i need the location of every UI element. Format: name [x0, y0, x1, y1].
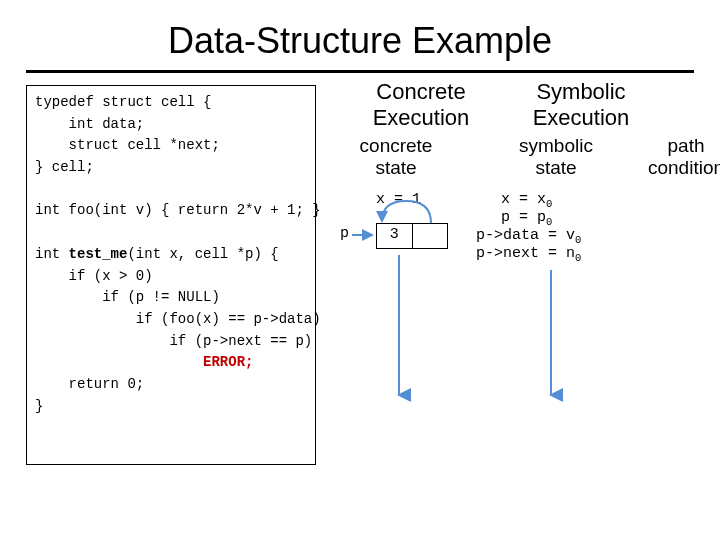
code-line: (int x, cell *p) { [127, 246, 278, 262]
concrete-sub: concrete state [336, 135, 456, 179]
code-line: int data; [35, 116, 144, 132]
title-divider [26, 70, 694, 73]
pointer-arrow-icon [350, 217, 376, 241]
symbolic-header: Symbolic Execution [506, 79, 656, 131]
sym-line-2: p = p0 [501, 209, 552, 228]
code-listing: typedef struct cell { int data; struct c… [26, 85, 316, 465]
code-line: if (x > 0) [35, 268, 153, 284]
down-arrow-icon [392, 255, 406, 405]
code-line: return 0; [35, 376, 144, 392]
slide-title: Data-Structure Example [26, 20, 694, 62]
code-line: if (p != NULL) [35, 289, 220, 305]
execution-columns: Concrete Execution Symbolic Execution co… [326, 85, 694, 465]
code-error-line: ERROR; [35, 354, 253, 370]
code-line: } cell; [35, 159, 94, 175]
code-line: } [35, 398, 43, 414]
self-loop-arrow-icon [376, 197, 466, 231]
down-arrow-icon [544, 270, 558, 405]
sym-line-1: x = x0 [501, 191, 552, 210]
p-label: p [340, 225, 349, 242]
code-line: if (p->next == p) [35, 333, 312, 349]
sym-line-4: p->next = n0 [476, 245, 581, 264]
code-line: if (foo(x) == p->data) [35, 311, 321, 327]
symbolic-sub: symbolic state [496, 135, 616, 179]
code-fn-name: test_me [69, 246, 128, 262]
code-line: struct cell *next; [35, 137, 220, 153]
sym-line-3: p->data = v0 [476, 227, 581, 246]
concrete-header: Concrete Execution [346, 79, 496, 131]
code-line: int foo(int v) { return 2*v + 1; } [35, 202, 321, 218]
code-line: typedef struct cell { [35, 94, 211, 110]
path-condition-header: path condition [626, 135, 720, 179]
code-line: int [35, 246, 69, 262]
